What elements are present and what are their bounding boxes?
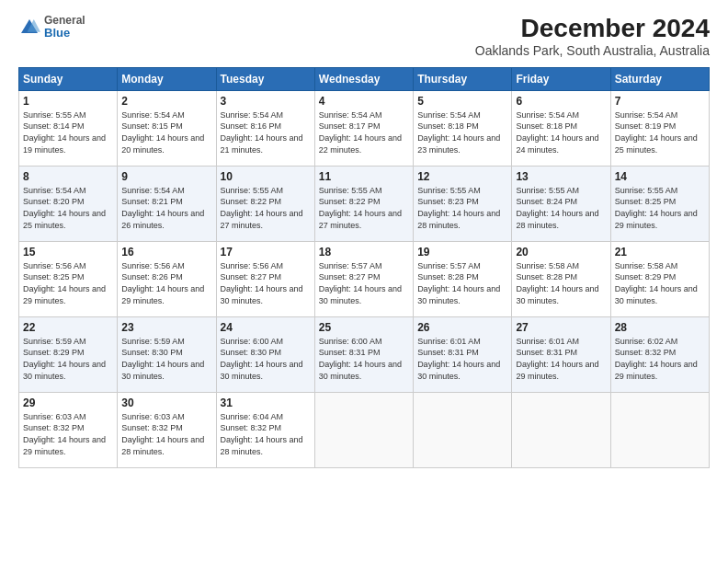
day-info: Sunrise: 6:03 AMSunset: 8:32 PMDaylight:…	[121, 411, 211, 457]
calendar-cell	[512, 392, 610, 467]
calendar-cell: 16Sunrise: 5:56 AMSunset: 8:26 PMDayligh…	[118, 241, 216, 316]
calendar-cell: 1Sunrise: 5:55 AMSunset: 8:14 PMDaylight…	[19, 90, 118, 166]
calendar-week-row: 29Sunrise: 6:03 AMSunset: 8:32 PMDayligh…	[19, 392, 710, 467]
day-number: 26	[417, 321, 507, 334]
day-info: Sunrise: 5:55 AMSunset: 8:23 PMDaylight:…	[417, 185, 507, 231]
day-number: 14	[615, 170, 705, 183]
header-monday: Monday	[118, 67, 216, 90]
day-number: 23	[121, 321, 211, 334]
day-number: 13	[516, 170, 606, 183]
calendar-cell: 3Sunrise: 5:54 AMSunset: 8:16 PMDaylight…	[216, 90, 314, 166]
calendar-header-row: Sunday Monday Tuesday Wednesday Thursday…	[19, 67, 710, 90]
calendar-cell: 22Sunrise: 5:59 AMSunset: 8:29 PMDayligh…	[19, 316, 118, 392]
day-number: 7	[615, 95, 705, 108]
day-number: 8	[23, 170, 113, 183]
day-number: 10	[221, 170, 311, 183]
header-friday: Friday	[512, 67, 610, 90]
day-info: Sunrise: 5:56 AMSunset: 8:25 PMDaylight:…	[23, 260, 113, 306]
logo: General Blue	[18, 15, 85, 40]
calendar-cell: 7Sunrise: 5:54 AMSunset: 8:19 PMDaylight…	[610, 90, 709, 166]
day-number: 30	[121, 396, 211, 409]
calendar: Sunday Monday Tuesday Wednesday Thursday…	[18, 67, 710, 468]
day-info: Sunrise: 5:55 AMSunset: 8:24 PMDaylight:…	[516, 185, 606, 231]
calendar-cell: 9Sunrise: 5:54 AMSunset: 8:21 PMDaylight…	[118, 166, 216, 241]
day-number: 5	[417, 95, 507, 108]
logo-icon	[18, 17, 40, 39]
day-number: 17	[221, 246, 311, 259]
calendar-cell: 2Sunrise: 5:54 AMSunset: 8:15 PMDaylight…	[118, 90, 216, 166]
calendar-cell: 14Sunrise: 5:55 AMSunset: 8:25 PMDayligh…	[610, 166, 709, 241]
calendar-cell: 15Sunrise: 5:56 AMSunset: 8:25 PMDayligh…	[19, 241, 118, 316]
calendar-cell: 28Sunrise: 6:02 AMSunset: 8:32 PMDayligh…	[610, 316, 709, 392]
day-info: Sunrise: 5:55 AMSunset: 8:25 PMDaylight:…	[615, 185, 705, 231]
calendar-cell: 12Sunrise: 5:55 AMSunset: 8:23 PMDayligh…	[414, 166, 512, 241]
day-info: Sunrise: 6:02 AMSunset: 8:32 PMDaylight:…	[615, 336, 705, 382]
day-info: Sunrise: 6:01 AMSunset: 8:31 PMDaylight:…	[417, 336, 507, 382]
day-number: 31	[221, 396, 311, 409]
day-info: Sunrise: 5:55 AMSunset: 8:22 PMDaylight:…	[319, 185, 409, 231]
page: General Blue December 2024 Oaklands Park…	[0, 0, 728, 563]
day-info: Sunrise: 6:01 AMSunset: 8:31 PMDaylight:…	[516, 336, 606, 382]
day-number: 6	[516, 95, 606, 108]
day-info: Sunrise: 5:57 AMSunset: 8:28 PMDaylight:…	[417, 260, 507, 306]
header-tuesday: Tuesday	[216, 67, 314, 90]
day-number: 25	[319, 321, 409, 334]
calendar-week-row: 8Sunrise: 5:54 AMSunset: 8:20 PMDaylight…	[19, 166, 710, 241]
logo-text: General Blue	[44, 15, 85, 40]
calendar-week-row: 1Sunrise: 5:55 AMSunset: 8:14 PMDaylight…	[19, 90, 710, 166]
day-number: 18	[319, 246, 409, 259]
day-number: 27	[516, 321, 606, 334]
calendar-cell: 6Sunrise: 5:54 AMSunset: 8:18 PMDaylight…	[512, 90, 610, 166]
calendar-cell: 26Sunrise: 6:01 AMSunset: 8:31 PMDayligh…	[414, 316, 512, 392]
subtitle: Oaklands Park, South Australia, Australi…	[475, 43, 710, 58]
calendar-cell: 4Sunrise: 5:54 AMSunset: 8:17 PMDaylight…	[314, 90, 413, 166]
day-number: 21	[615, 246, 705, 259]
day-info: Sunrise: 5:58 AMSunset: 8:28 PMDaylight:…	[516, 260, 606, 306]
day-number: 22	[23, 321, 113, 334]
day-number: 16	[121, 246, 211, 259]
calendar-cell: 24Sunrise: 6:00 AMSunset: 8:30 PMDayligh…	[216, 316, 314, 392]
day-info: Sunrise: 5:54 AMSunset: 8:20 PMDaylight:…	[23, 185, 113, 231]
day-info: Sunrise: 5:57 AMSunset: 8:27 PMDaylight:…	[319, 260, 409, 306]
calendar-cell	[610, 392, 709, 467]
day-info: Sunrise: 5:54 AMSunset: 8:16 PMDaylight:…	[221, 109, 311, 155]
header-saturday: Saturday	[610, 67, 709, 90]
calendar-cell: 10Sunrise: 5:55 AMSunset: 8:22 PMDayligh…	[216, 166, 314, 241]
day-info: Sunrise: 6:00 AMSunset: 8:30 PMDaylight:…	[221, 336, 311, 382]
day-info: Sunrise: 6:00 AMSunset: 8:31 PMDaylight:…	[319, 336, 409, 382]
day-info: Sunrise: 5:59 AMSunset: 8:29 PMDaylight:…	[23, 336, 113, 382]
day-info: Sunrise: 5:54 AMSunset: 8:17 PMDaylight:…	[319, 109, 409, 155]
day-info: Sunrise: 5:55 AMSunset: 8:22 PMDaylight:…	[221, 185, 311, 231]
day-number: 1	[23, 95, 113, 108]
calendar-cell: 19Sunrise: 5:57 AMSunset: 8:28 PMDayligh…	[414, 241, 512, 316]
header-wednesday: Wednesday	[314, 67, 413, 90]
calendar-week-row: 15Sunrise: 5:56 AMSunset: 8:25 PMDayligh…	[19, 241, 710, 316]
calendar-cell: 23Sunrise: 5:59 AMSunset: 8:30 PMDayligh…	[118, 316, 216, 392]
day-number: 20	[516, 246, 606, 259]
day-info: Sunrise: 5:54 AMSunset: 8:18 PMDaylight:…	[516, 109, 606, 155]
calendar-cell	[414, 392, 512, 467]
calendar-week-row: 22Sunrise: 5:59 AMSunset: 8:29 PMDayligh…	[19, 316, 710, 392]
calendar-cell	[314, 392, 413, 467]
day-number: 2	[121, 95, 211, 108]
header-thursday: Thursday	[414, 67, 512, 90]
day-number: 24	[221, 321, 311, 334]
calendar-cell: 5Sunrise: 5:54 AMSunset: 8:18 PMDaylight…	[414, 90, 512, 166]
day-number: 4	[319, 95, 409, 108]
day-info: Sunrise: 5:58 AMSunset: 8:29 PMDaylight:…	[615, 260, 705, 306]
calendar-cell: 25Sunrise: 6:00 AMSunset: 8:31 PMDayligh…	[314, 316, 413, 392]
day-info: Sunrise: 5:54 AMSunset: 8:18 PMDaylight:…	[417, 109, 507, 155]
day-number: 9	[121, 170, 211, 183]
day-number: 29	[23, 396, 113, 409]
header-sunday: Sunday	[19, 67, 118, 90]
calendar-cell: 18Sunrise: 5:57 AMSunset: 8:27 PMDayligh…	[314, 241, 413, 316]
logo-blue: Blue	[44, 27, 85, 40]
calendar-cell: 13Sunrise: 5:55 AMSunset: 8:24 PMDayligh…	[512, 166, 610, 241]
day-number: 28	[615, 321, 705, 334]
day-info: Sunrise: 5:56 AMSunset: 8:26 PMDaylight:…	[121, 260, 211, 306]
calendar-cell: 21Sunrise: 5:58 AMSunset: 8:29 PMDayligh…	[610, 241, 709, 316]
calendar-cell: 17Sunrise: 5:56 AMSunset: 8:27 PMDayligh…	[216, 241, 314, 316]
day-info: Sunrise: 5:55 AMSunset: 8:14 PMDaylight:…	[23, 109, 113, 155]
header: General Blue December 2024 Oaklands Park…	[18, 15, 710, 58]
calendar-cell: 8Sunrise: 5:54 AMSunset: 8:20 PMDaylight…	[19, 166, 118, 241]
